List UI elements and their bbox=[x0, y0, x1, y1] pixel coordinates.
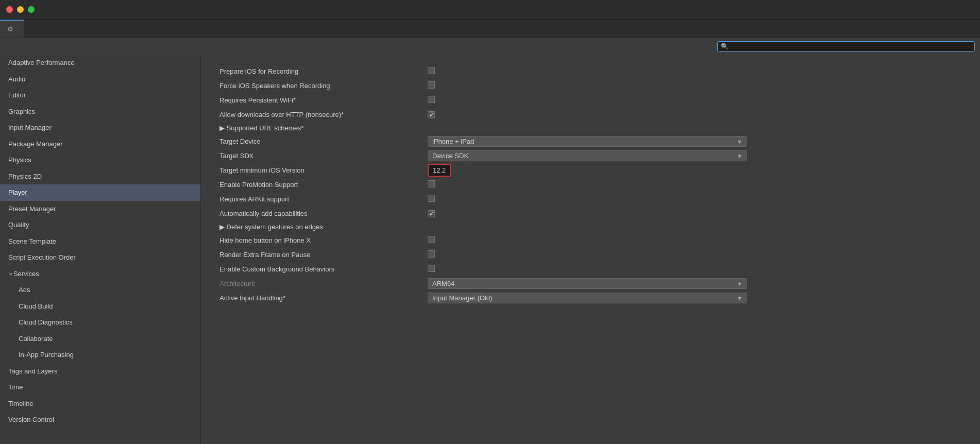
settings-row-render-extra-frame: Render Extra Frame on Pause bbox=[211, 248, 970, 262]
dropdown-arrow-target-sdk: ▼ bbox=[737, 153, 742, 159]
checkbox-auto-add-capabilities[interactable]: ✓ bbox=[428, 210, 435, 217]
dropdown-text-architecture: ARM64 bbox=[432, 280, 454, 287]
settings-row-prepare-ios-recording: Prepare iOS for Recording bbox=[211, 64, 970, 79]
label-render-extra-frame: Render Extra Frame on Pause bbox=[211, 251, 428, 259]
dropdown-target-sdk[interactable]: Device SDK ▼ bbox=[428, 150, 747, 161]
label-prepare-ios-recording: Prepare iOS for Recording bbox=[211, 67, 428, 75]
label-allow-downloads-http: Allow downloads over HTTP (nonsecure)* bbox=[211, 111, 428, 118]
value-allow-downloads-http: ✓ bbox=[428, 111, 970, 119]
checkbox-enable-custom-bg[interactable] bbox=[428, 265, 435, 272]
sidebar-item-quality[interactable]: Quality bbox=[0, 217, 200, 233]
content-area: Prepare iOS for Recording Force iOS Spea… bbox=[201, 55, 980, 444]
label-hide-home-button: Hide home button on iPhone X bbox=[211, 236, 428, 244]
settings-row-enable-promotion: Enable ProMotion Support bbox=[211, 178, 970, 192]
minimize-button[interactable] bbox=[17, 6, 24, 13]
value-auto-add-capabilities: ✓ bbox=[428, 210, 970, 218]
value-hide-home-button bbox=[428, 236, 970, 245]
settings-row-active-input-handling: Active Input Handling* Input Manager (Ol… bbox=[211, 291, 970, 305]
label-enable-promotion: Enable ProMotion Support bbox=[211, 181, 428, 189]
sidebar-item-graphics[interactable]: Graphics bbox=[0, 104, 200, 120]
search-wrapper: 🔍 bbox=[717, 41, 975, 52]
chevron-icon: ▼ bbox=[8, 271, 13, 277]
sidebar-item-adaptive-performance[interactable]: Adaptive Performance bbox=[0, 55, 200, 71]
value-target-device: iPhone + iPad ▼ bbox=[428, 136, 970, 147]
search-input[interactable] bbox=[731, 43, 971, 50]
settings-row-target-sdk: Target SDK Device SDK ▼ bbox=[211, 149, 970, 163]
foldout-row-defer-gestures[interactable]: ▶ Defer system gestures on edges bbox=[211, 221, 970, 233]
dropdown-arrow-target-device: ▼ bbox=[737, 139, 742, 145]
sidebar-item-label: Services bbox=[13, 270, 39, 278]
sidebar-item-cloud-build[interactable]: Cloud Build bbox=[0, 298, 200, 315]
tab-project-settings[interactable]: ⚙ bbox=[0, 20, 24, 38]
dropdown-arrow-architecture: ▼ bbox=[737, 281, 742, 287]
textfield-target-min-ios[interactable]: 12.2 bbox=[428, 164, 451, 177]
checkbox-requires-arkit[interactable] bbox=[428, 195, 435, 202]
gear-icon: ⚙ bbox=[7, 25, 13, 33]
label-target-sdk: Target SDK bbox=[211, 152, 428, 160]
sidebar-item-ads[interactable]: Ads bbox=[0, 282, 200, 298]
dropdown-target-device[interactable]: iPhone + iPad ▼ bbox=[428, 136, 747, 147]
sidebar-item-player[interactable]: Player bbox=[0, 184, 200, 201]
sidebar-item-in-app-purchasing[interactable]: In-App Purchasing bbox=[0, 347, 200, 363]
dropdown-active-input-handling[interactable]: Input Manager (Old) ▼ bbox=[428, 293, 747, 303]
sidebar-item-audio[interactable]: Audio bbox=[0, 71, 200, 88]
traffic-lights bbox=[6, 6, 35, 13]
value-requires-persistent-wifi bbox=[428, 96, 970, 105]
settings-row-force-ios-speakers: Force iOS Speakers when Recording bbox=[211, 79, 970, 93]
sidebar-item-time[interactable]: Time bbox=[0, 379, 200, 396]
label-force-ios-speakers: Force iOS Speakers when Recording bbox=[211, 82, 428, 90]
dropdown-architecture[interactable]: ARM64 ▼ bbox=[428, 278, 747, 289]
checkbox-force-ios-speakers[interactable] bbox=[428, 81, 435, 89]
sidebar-item-editor[interactable]: Editor bbox=[0, 87, 200, 104]
checkbox-prepare-ios-recording[interactable] bbox=[428, 67, 435, 74]
sidebar-item-physics[interactable]: Physics bbox=[0, 152, 200, 168]
label-target-min-ios: Target minimum iOS Version bbox=[211, 166, 428, 174]
label-requires-persistent-wifi: Requires Persistent WiFi* bbox=[211, 96, 428, 104]
sidebar-item-package-manager[interactable]: Package Manager bbox=[0, 136, 200, 152]
sidebar-item-collaborate[interactable]: Collaborate bbox=[0, 331, 200, 347]
settings-row-requires-arkit: Requires ARKit support bbox=[211, 192, 970, 207]
foldout-row-supported-url-schemes[interactable]: ▶ Supported URL schemes* bbox=[211, 122, 970, 134]
dropdown-text-target-sdk: Device SDK bbox=[432, 152, 468, 160]
checkbox-requires-persistent-wifi[interactable] bbox=[428, 96, 435, 103]
maximize-button[interactable] bbox=[28, 6, 35, 13]
tabbar: ⚙ bbox=[0, 20, 980, 38]
settings-row-allow-downloads-http: Allow downloads over HTTP (nonsecure)* ✓ bbox=[211, 108, 970, 122]
label-target-device: Target Device bbox=[211, 138, 428, 145]
sidebar-item-cloud-diagnostics[interactable]: Cloud Diagnostics bbox=[0, 314, 200, 331]
value-requires-arkit bbox=[428, 195, 970, 203]
checkbox-render-extra-frame[interactable] bbox=[428, 250, 435, 258]
sidebar-item-preset-manager[interactable]: Preset Manager bbox=[0, 201, 200, 217]
content-header bbox=[201, 55, 980, 64]
sidebar-item-input-manager[interactable]: Input Manager bbox=[0, 119, 200, 136]
sidebar-item-physics-2d[interactable]: Physics 2D bbox=[0, 168, 200, 185]
value-render-extra-frame bbox=[428, 250, 970, 259]
dropdown-text-target-device: iPhone + iPad bbox=[432, 138, 474, 145]
close-button[interactable] bbox=[6, 6, 13, 13]
label-requires-arkit: Requires ARKit support bbox=[211, 195, 428, 203]
checkbox-enable-promotion[interactable] bbox=[428, 180, 435, 187]
titlebar bbox=[0, 0, 980, 20]
checkbox-allow-downloads-http[interactable]: ✓ bbox=[428, 111, 435, 118]
label-active-input-handling: Active Input Handling* bbox=[211, 294, 428, 302]
sidebar-item-scene-template[interactable]: Scene Template bbox=[0, 233, 200, 250]
sidebar-item-services[interactable]: ▼Services bbox=[0, 266, 200, 282]
sidebar-item-version-control[interactable]: Version Control bbox=[0, 412, 200, 428]
value-prepare-ios-recording bbox=[428, 67, 970, 76]
settings-row-target-device: Target Device iPhone + iPad ▼ bbox=[211, 134, 970, 149]
checkbox-hide-home-button[interactable] bbox=[428, 236, 435, 243]
settings-row-architecture: Architecture ARM64 ▼ bbox=[211, 277, 970, 291]
sidebar-item-timeline[interactable]: Timeline bbox=[0, 396, 200, 412]
value-enable-custom-bg bbox=[428, 265, 970, 274]
settings-row-enable-custom-bg: Enable Custom Background Behaviors bbox=[211, 262, 970, 277]
label-enable-custom-bg: Enable Custom Background Behaviors bbox=[211, 265, 428, 273]
value-enable-promotion bbox=[428, 180, 970, 189]
sidebar-item-tags-and-layers[interactable]: Tags and Layers bbox=[0, 363, 200, 380]
label-auto-add-capabilities: Automatically add capabilities bbox=[211, 210, 428, 217]
main-layout: Adaptive PerformanceAudioEditorGraphicsI… bbox=[0, 55, 980, 444]
value-target-sdk: Device SDK ▼ bbox=[428, 150, 970, 161]
settings-row-auto-add-capabilities: Automatically add capabilities ✓ bbox=[211, 207, 970, 221]
settings-row-target-min-ios: Target minimum iOS Version 12.2 bbox=[211, 163, 970, 178]
value-force-ios-speakers bbox=[428, 81, 970, 90]
sidebar-item-script-execution-order[interactable]: Script Execution Order bbox=[0, 249, 200, 266]
